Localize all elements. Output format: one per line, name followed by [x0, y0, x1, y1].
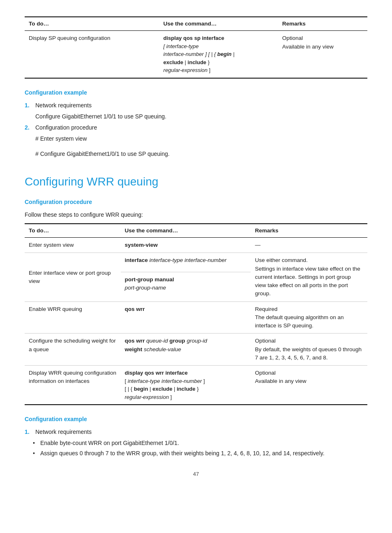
wrr-bullet1: • Enable byte-count WRR on port GigabitE…: [33, 439, 367, 447]
wrr-example-step1: 1. Network requirements: [25, 428, 367, 436]
top-table-container: To do… Use the command… Remarks Display …: [25, 16, 367, 79]
wrr-row-interface: Enter interface view or port group view …: [25, 253, 367, 272]
wrr-row3-todo: Enable WRR queuing: [25, 301, 121, 334]
wrr-bullet1-text: Enable byte-count WRR on port GigabitEth…: [40, 439, 179, 447]
wrr-row2-todo-main: Enter interface view or port group view: [25, 253, 121, 301]
wrr-header-command: Use the command…: [121, 224, 251, 238]
top-step2: 2. Configuration procedure: [25, 123, 367, 132]
wrr-row-display: Display WRR queuing configuration inform…: [25, 366, 367, 405]
wrr-row1-cmd: system-view: [121, 238, 251, 253]
top-table-header-remarks: Remarks: [278, 17, 367, 31]
wrr-row3-remarks: Required The default queuing algorithm o…: [251, 301, 367, 334]
top-hash1: # Enter system view: [35, 134, 367, 143]
wrr-table-container: To do… Use the command… Remarks Enter sy…: [25, 223, 367, 405]
wrr-config-procedure: Configuration procedure Follow these ste…: [25, 198, 367, 405]
page-number: 47: [25, 470, 367, 478]
wrr-row3-cmd: qos wrr: [121, 301, 251, 334]
top-table-header-command: Use the command…: [159, 17, 278, 31]
wrr-row5-remarks: Optional Available in any view: [251, 366, 367, 405]
top-config-heading: Configuration example: [25, 88, 367, 97]
wrr-row-weight: Configure the scheduling weight for a qu…: [25, 334, 367, 366]
wrr-row4-todo: Configure the scheduling weight for a qu…: [25, 334, 121, 366]
wrr-config-example: Configuration example 1. Network require…: [25, 415, 367, 458]
wrr-row2-sub1-cmd: interface interface-type interface-numbe…: [121, 253, 251, 272]
top-step1: 1. Network requirements: [25, 101, 367, 110]
cmd-bold-1: display qos sp interface: [164, 35, 224, 41]
wrr-procedure-intro: Follow these steps to configure WRR queu…: [25, 211, 367, 219]
top-step2-num: 2.: [25, 123, 31, 132]
wrr-table: To do… Use the command… Remarks Enter sy…: [25, 223, 367, 405]
row2-main-label: Enter interface view or port group view: [29, 270, 111, 284]
wrr-row5-todo: Display WRR queuing configuration inform…: [25, 366, 121, 405]
top-hash2: # Configure GigabitEthernet1/0/1 to use …: [35, 150, 367, 158]
wrr-example-step1-num: 1.: [25, 428, 31, 436]
wrr-row-enable: Enable WRR queuing qos wrr Required The …: [25, 301, 367, 334]
top-table: To do… Use the command… Remarks Display …: [25, 16, 367, 79]
wrr-row5-cmd: display qos wrr interface [ interface-ty…: [121, 366, 251, 405]
top-config-example: Configuration example 1. Network require…: [25, 88, 367, 158]
top-table-row: Display SP queuing configuration display…: [25, 31, 367, 78]
top-table-header-todo: To do…: [25, 17, 159, 31]
wrr-row-system-view: Enter system view system-view —: [25, 238, 367, 253]
wrr-header-todo: To do…: [25, 224, 121, 238]
remarks-optional: Optional: [282, 35, 303, 41]
wrr-row2-sub2-cmd: port-group manual port-group-name: [121, 272, 251, 301]
top-step2-text: Configuration procedure: [35, 123, 97, 132]
wrr-header-remarks: Remarks: [251, 224, 367, 238]
wrr-row4-remarks: Optional By default, the weights of queu…: [251, 334, 367, 366]
wrr-bullet2-text: Assign queues 0 through 7 to the WRR gro…: [40, 449, 325, 458]
top-section: To do… Use the command… Remarks Display …: [25, 16, 367, 158]
wrr-row1-todo: Enter system view: [25, 238, 121, 253]
top-table-todo-cell: Display SP queuing configuration: [25, 31, 159, 78]
top-step1-detail: Configure GigabitEthernet 1/0/1 to use S…: [35, 112, 367, 121]
wrr-procedure-heading: Configuration procedure: [25, 198, 367, 206]
top-step1-num: 1.: [25, 101, 31, 110]
cmd-italic-1: [ interface-typeinterface-number ] [ | {…: [164, 43, 235, 58]
top-table-remarks-cell: Optional Available in any view: [278, 31, 367, 78]
wrr-bullet2: • Assign queues 0 through 7 to the WRR g…: [33, 449, 367, 458]
wrr-example-heading: Configuration example: [25, 415, 367, 424]
wrr-row1-remarks: —: [251, 238, 367, 253]
remarks-view: Available in any view: [282, 44, 334, 50]
wrr-row2-remarks: Use either command. Settings in interfac…: [251, 253, 367, 301]
top-step1-text: Network requirements: [35, 101, 92, 110]
bullet-dot-2: •: [33, 449, 37, 458]
wrr-title: Configuring WRR queuing: [25, 173, 367, 190]
bullet-dot-1: •: [33, 439, 37, 447]
wrr-row4-cmd: qos wrr queue-id group group-id weight s…: [121, 334, 251, 366]
cmd-mixed: exclude | include }regular-expression ]: [164, 59, 211, 74]
top-table-command-cell: display qos sp interface [ interface-typ…: [159, 31, 278, 78]
wrr-example-step1-text: Network requirements: [35, 428, 92, 436]
